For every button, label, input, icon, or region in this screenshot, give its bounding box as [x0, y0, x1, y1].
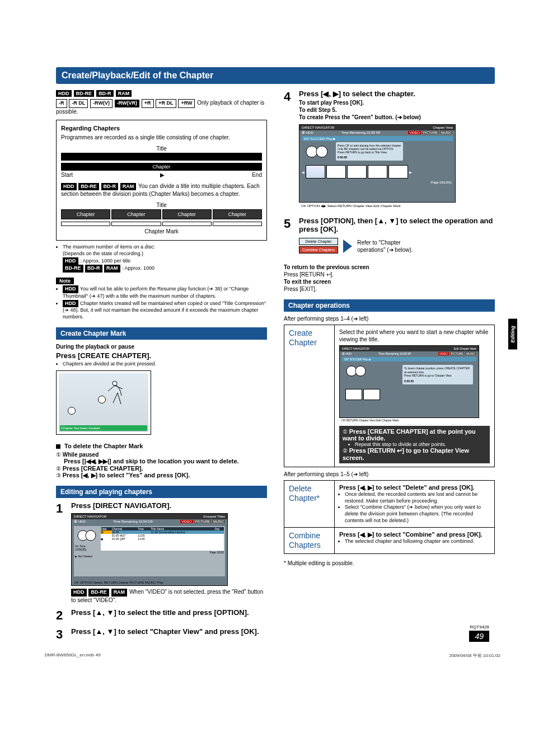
nav-page: Page 02/02	[101, 551, 224, 554]
mark-cell	[61, 222, 110, 226]
note-label: Note	[56, 278, 74, 284]
delete-chapter-button[interactable]: Delete Chapter	[299, 238, 338, 245]
cv-thumb[interactable]	[326, 165, 346, 179]
ecp-time0: 0:00.00	[404, 379, 471, 383]
tab-video[interactable]: VIDEO	[408, 131, 421, 134]
nav-code: 3:09(DR)	[75, 548, 97, 551]
tab-music[interactable]: MUSIC	[212, 520, 225, 523]
ecp-row: 007 SOCCER Play ▶	[342, 357, 476, 361]
disc-notes: The maximum number of items on a disc: (…	[56, 244, 267, 273]
tab-picture[interactable]: PICTURE	[450, 352, 465, 355]
badge-hdd: HDD	[56, 90, 72, 97]
ecp-thumb[interactable]	[345, 389, 362, 400]
side-tab-editing: Editing	[508, 319, 517, 350]
cv-page: Page 001/001	[299, 181, 455, 184]
direct-navigator-panel: DIRECT NAVIGATOR Grouped Titles ⦿ HDD Ti…	[71, 513, 228, 586]
badge-pr: +R	[142, 99, 154, 108]
nav-note-row: HDD BD-RE RAM When "VIDEO" is not select…	[71, 588, 266, 604]
mark-cell	[111, 222, 161, 226]
badge: RAM	[111, 589, 128, 597]
tab-video[interactable]: VIDEO	[438, 352, 449, 355]
note-b2: Chapter Marks created will be maintained…	[63, 300, 266, 320]
step-4-sub3: To create Press the "Green" button. (➔ b…	[299, 114, 494, 121]
nav-hdd: HDD	[78, 520, 86, 523]
cv-thumb[interactable]	[368, 165, 387, 179]
page-title: Create/Playback/Edit of the Chapter	[56, 67, 495, 84]
cv-footer: OK OPTION ◀▶ Select RETURN Chapter View …	[299, 203, 456, 209]
chapter-bar: Chapter	[61, 163, 262, 171]
exit-h: To exit the screen	[284, 278, 495, 285]
create-s1-note: Repeat this step to divide at other poin…	[355, 442, 486, 447]
delete-b1: Once deleted, the recorded contents are …	[345, 491, 490, 504]
badge-prw: +RW	[178, 99, 195, 108]
page-number: 49	[469, 631, 489, 642]
svg-point-4	[316, 146, 327, 157]
next-icon[interactable]: ▶	[409, 170, 412, 174]
tab-picture[interactable]: PICTURE	[422, 131, 439, 134]
media-badges-2: -R -R DL -RW(V) -RW(VR) +R +R DL +RW Onl…	[56, 99, 267, 115]
step-2-title: Press [▲, ▼] to select the title and pre…	[71, 608, 266, 617]
delete-s2: Press [CREATE CHAPTER].	[63, 465, 143, 472]
delete-mark-heading: To delete the Chapter Mark	[64, 443, 143, 449]
footer-left: DMR-BW850GL_en.indb 49	[45, 652, 101, 659]
badge: RAM	[104, 265, 120, 273]
nav-footer: OK OPTION Select RETURN Delete PICTURE M…	[74, 581, 225, 584]
title-label2: Title	[61, 202, 262, 208]
note-list: HDD You will not be able to perform the …	[56, 285, 267, 320]
circled-2-icon: ②	[56, 466, 61, 472]
delete-combine-table: Delete Chapter* Press [◀, ▶] to select "…	[284, 480, 495, 554]
tab-picture[interactable]: PICTURE	[194, 520, 211, 523]
nav-grouped: Grouped Titles	[203, 515, 225, 518]
ecp-thumb[interactable]	[363, 389, 380, 400]
prev-icon[interactable]: ◀	[302, 170, 305, 174]
step-5-title: Press [OPTION], then [▲, ▼] to select th…	[299, 217, 494, 233]
disc-depends: (Depends on the state of recording.)	[63, 251, 143, 256]
combine-b1: The selected chapter and following chapt…	[345, 538, 490, 545]
svg-point-3	[306, 146, 317, 157]
s1-label: While paused	[63, 452, 99, 458]
tab-video[interactable]: VIDEO	[180, 520, 193, 523]
regarding-chapters-box: Regarding Chapters Programmes are record…	[56, 120, 267, 241]
cv-time0: 0:00.00	[338, 156, 401, 159]
delete-press: Press [◀, ▶] to select "Delete" and pres…	[339, 484, 490, 491]
badge: BD-RE	[88, 589, 109, 597]
arrow-icon: ▶	[160, 172, 165, 178]
circled-3-icon: ③	[56, 472, 61, 478]
regarding-title: Regarding Chapters	[61, 125, 262, 132]
ecp-footer: OK RETURN Chapter View Edit Chapter Mark	[339, 418, 490, 422]
tab-music[interactable]: MUSIC	[440, 131, 453, 134]
badge-rwvr: -RW(VR)	[115, 100, 139, 107]
step-1-number: 1	[56, 501, 69, 516]
edit-chapter-panel: DIRECT NAVIGATOR Edit Chapter Mark ⦿ HDD…	[339, 345, 479, 418]
svg-point-6	[355, 366, 366, 376]
cv-thumb[interactable]	[306, 165, 325, 179]
badge-bdre: BD-RE	[74, 90, 95, 97]
op-ref: Refer to "Chapter operations" (➔ below).	[357, 239, 430, 253]
combine-chapters-button[interactable]: Combine Chapters	[299, 246, 338, 253]
page-number-box: RQT9428 49	[469, 624, 489, 642]
hdd-text: : Approx. 1000 per title	[80, 258, 130, 264]
badge: HDD	[61, 183, 77, 191]
soccer-illustration: Chapter has been created.	[56, 370, 151, 435]
step-2-number: 2	[56, 608, 69, 623]
nav-notviewed: Not Viewed	[78, 555, 92, 558]
nav-table: No Time 3:09(DR) ▶ Not Viewed Date Chann…	[74, 526, 225, 576]
badge-rdl: -R DL	[69, 99, 88, 108]
tab-music[interactable]: MUSIC	[465, 352, 476, 355]
ecp-sub: Edit Chapter Mark	[454, 347, 476, 350]
chapter-cell: Chapter	[111, 209, 161, 219]
step-3-title: Press [▲, ▼] to select "Chapter View" an…	[71, 627, 266, 636]
cv-info3: Press RETURN to go back to Title View.	[338, 151, 401, 154]
badge-r: -R	[56, 99, 67, 108]
nav-time: Time Remaining 10:54 DR	[113, 520, 152, 523]
create-chapter-label: Create Chapter	[284, 325, 335, 467]
footnote: * Multiple editing is possible.	[284, 560, 495, 567]
cv-thumb[interactable]	[388, 165, 408, 179]
badge-ram: RAM	[116, 90, 132, 97]
cv-thumb[interactable]	[347, 165, 367, 179]
delete-chapter-label: Delete Chapter*	[284, 481, 335, 528]
badge: HDD	[63, 285, 78, 293]
ecp-hdd: HDD	[345, 352, 352, 355]
create-steps-box: ① Press [CREATE CHAPTER] at the point yo…	[339, 426, 490, 463]
chapter-operations-heading: Chapter operations	[284, 299, 495, 312]
